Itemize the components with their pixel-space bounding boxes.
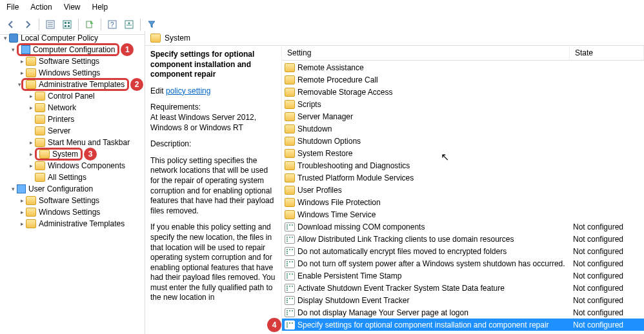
folder-icon [39,150,50,159]
node-label: Administrative Templates [39,219,125,228]
list-item[interactable]: Trusted Platform Module Services [282,172,644,184]
setting-icon [285,271,295,280]
tree-pane[interactable]: ▾ Local Computer Policy ▾ Computer Confi… [0,31,145,334]
list-item[interactable]: Specify settings for optional component … [282,319,644,331]
node-admin-templates[interactable]: ▾ Administrative Templates2 [0,79,145,90]
node-user-admin[interactable]: ▸Administrative Templates [0,218,145,230]
list-item[interactable]: Remote Procedure Call [282,74,644,86]
node-all-settings[interactable]: All Settings [0,172,145,183]
list-item[interactable]: Server Manager [282,110,644,123]
item-name: Server Manager [297,112,573,121]
list-item[interactable]: Allow Distributed Link Tracking clients … [282,233,644,245]
list-item[interactable]: Removable Storage Access [282,86,644,98]
item-state: Not configured [573,235,644,244]
node-start-menu[interactable]: ▸Start Menu and Taskbar [0,137,145,148]
node-windows-settings[interactable]: ▸Windows Settings [0,67,145,79]
node-network[interactable]: ▸Network [0,102,145,113]
list-item[interactable]: Do not display Manage Your Server page a… [282,306,644,319]
callout-3: 3 [84,148,97,161]
list-item[interactable]: Shutdown [282,123,644,135]
list-item[interactable]: User Profiles [282,184,644,196]
node-user-config[interactable]: ▾User Configuration [0,183,145,195]
node-control-panel[interactable]: ▸Control Panel [0,90,145,102]
forward-button[interactable] [21,17,35,32]
list-item[interactable]: System Restore [282,147,644,159]
item-name: Windows Time Service [297,210,573,219]
item-name: Scripts [297,100,573,109]
menu-file[interactable]: File [6,3,19,12]
list-item[interactable]: Display Shutdown Event TrackerNot config… [282,294,644,306]
node-printers[interactable]: Printers [0,113,145,125]
folder-icon [26,68,36,77]
svg-point-14 [128,23,130,25]
list-item[interactable]: Download missing COM componentsNot confi… [282,221,644,233]
folder-icon [26,196,36,205]
node-windows-components[interactable]: ▸Windows Components [0,160,145,172]
details-pane: System Specify settings for optional com… [145,31,644,334]
item-name: Removable Storage Access [297,88,573,97]
item-name: Do not turn off system power after a Win… [297,259,573,268]
node-label: Administrative Templates [39,80,125,89]
list-item[interactable]: Scripts [282,98,644,110]
node-label: Network [48,103,76,112]
list-item[interactable]: Do not turn off system power after a Win… [282,257,644,270]
folder-icon [285,161,295,170]
svg-text:?: ? [110,21,114,28]
menu-view[interactable]: View [64,3,81,12]
help-button[interactable]: ? [105,17,119,32]
folder-icon [285,186,295,195]
col-state[interactable]: State [570,46,644,60]
node-root[interactable]: ▾ Local Computer Policy [0,32,145,44]
list-item[interactable]: Windows File Protection [282,196,644,208]
list-item[interactable]: Enable Persistent Time StampNot configur… [282,270,644,282]
list-item[interactable]: Troubleshooting and Diagnostics [282,159,644,172]
desc-1: This policy setting specifies the networ… [150,156,276,217]
node-user-software[interactable]: ▸Software Settings [0,195,145,206]
node-label: Windows Settings [39,68,100,77]
folder-icon [285,137,295,146]
folder-icon [285,124,295,133]
filter-button[interactable] [145,17,159,32]
folder-icon [35,92,45,101]
item-name: Shutdown [297,124,573,133]
list-item[interactable]: Shutdown Options [282,135,644,147]
list-pane[interactable]: Setting State Remote AssistanceRemote Pr… [282,46,644,334]
node-computer-config[interactable]: ▾ Computer Configuration1 [0,44,145,55]
node-system[interactable]: ▸ System3 [0,148,145,160]
folder-icon [285,100,295,109]
menu-bar: File Action View Help [0,0,644,15]
item-name: Trusted Platform Module Services [297,173,573,182]
folder-icon [285,210,295,219]
list-item[interactable]: Windows Time Service [282,208,644,221]
node-server[interactable]: Server [0,125,145,137]
list-item[interactable]: Activate Shutdown Event Tracker System S… [282,282,644,294]
item-name: Shutdown Options [297,137,573,146]
back-button[interactable] [4,17,18,32]
item-state: Not configured [573,284,644,293]
menu-help[interactable]: Help [92,3,108,12]
setting-icon [285,222,295,231]
list-button[interactable] [60,17,74,32]
menu-action[interactable]: Action [30,3,52,12]
properties-button[interactable] [122,17,136,32]
export-button[interactable] [83,17,97,32]
col-setting[interactable]: Setting [282,46,570,60]
item-name: Troubleshooting and Diagnostics [297,161,573,170]
item-name: Do not automatically encrypt files moved… [297,247,573,256]
folder-icon [35,161,45,170]
desc-label: Description: [150,139,276,150]
item-state: Not configured [573,296,644,305]
list-header: Setting State [282,46,644,61]
node-software-settings[interactable]: ▸Software Settings [0,55,145,67]
list-item[interactable]: Do not automatically encrypt files moved… [282,245,644,257]
req-text: At least Windows Server 2012, Windows 8 … [150,113,256,132]
policy-icon [9,34,18,43]
node-user-windows[interactable]: ▸Windows Settings [0,206,145,218]
edit-label: Edit [150,86,164,95]
node-label: Windows Components [48,161,125,170]
details-button[interactable] [43,17,57,32]
folder-icon [26,219,36,228]
item-name: Do not display Manage Your Server page a… [297,308,573,317]
edit-policy-link[interactable]: policy setting [166,86,210,95]
list-item[interactable]: Remote Assistance [282,61,644,74]
